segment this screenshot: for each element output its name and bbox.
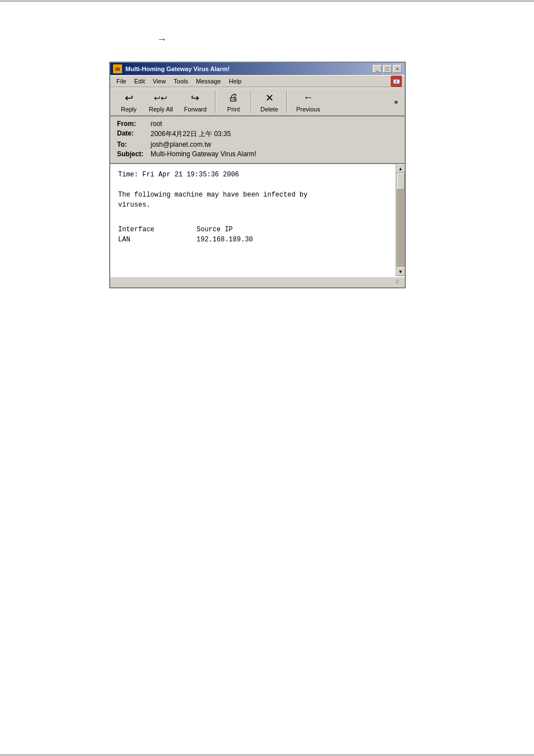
delete-icon: ✕ [263, 91, 276, 105]
from-value: root [151, 120, 162, 128]
subject-label: Subject: [117, 150, 151, 158]
print-icon: 🖨 [227, 91, 240, 105]
delete-button[interactable]: ✕ Delete [255, 89, 283, 115]
menu-bar: File Edit View Tools Message Help 📧 [110, 75, 405, 87]
reply-label: Reply [121, 106, 137, 113]
reply-button[interactable]: ↩ Reply [115, 89, 143, 115]
title-bar-left: ✉ Multi-Homing Gateway Virus Alarm! [113, 64, 229, 73]
menu-file[interactable]: File [113, 77, 130, 86]
body-infected-line1: The following machine may have been infe… [118, 190, 394, 200]
subject-row: Subject: Multi-Homing Gateway Virus Alar… [117, 150, 398, 158]
toolbar-separator-3 [287, 91, 288, 113]
email-body: Time: Fri Apr 21 19:35:36 2006 The follo… [110, 164, 405, 276]
forward-label: Forward [184, 106, 207, 113]
menu-app-icon: 📧 [391, 76, 402, 87]
delete-label: Delete [260, 106, 278, 113]
table-header-row: Interface Source IP [118, 225, 394, 235]
reply-icon: ↩ [122, 91, 135, 105]
toolbar: ↩ Reply ↩↩ Reply All ↪ Forward 🖨 Print ✕… [110, 87, 405, 116]
col-interface-header: Interface [118, 225, 163, 235]
body-content: Time: Fri Apr 21 19:35:36 2006 The follo… [118, 170, 394, 265]
date-value: 2006年4月22日 上午 03:35 [151, 129, 231, 139]
menu-items: File Edit View Tools Message Help [113, 77, 245, 86]
from-label: From: [117, 120, 151, 128]
scroll-down-button[interactable]: ▼ [396, 267, 405, 276]
toolbar-separator-2 [251, 91, 252, 113]
body-infected-line2: viruses. [118, 200, 394, 210]
date-row: Date: 2006年4月22日 上午 03:35 [117, 129, 398, 139]
date-label: Date: [117, 129, 151, 139]
minimize-button[interactable]: _ [373, 65, 382, 73]
menu-edit[interactable]: Edit [131, 77, 148, 86]
interface-table: Interface Source IP LAN 192.168.189.30 [118, 225, 394, 245]
to-label: To: [117, 141, 151, 148]
scroll-thumb[interactable] [397, 173, 405, 190]
menu-message[interactable]: Message [193, 77, 224, 86]
menu-help[interactable]: Help [226, 77, 245, 86]
previous-label: Previous [296, 106, 320, 113]
title-bar: ✉ Multi-Homing Gateway Virus Alarm! _ □ … [110, 63, 405, 75]
from-row: From: root [117, 120, 398, 128]
previous-button[interactable]: ← Previous [291, 89, 325, 115]
resize-handle[interactable]: // [396, 279, 402, 286]
col-source-ip-value: 192.168.189.30 [196, 235, 253, 245]
maximize-button[interactable]: □ [383, 65, 392, 73]
body-spacer4 [118, 255, 394, 265]
window-icon: ✉ [113, 64, 122, 73]
previous-icon: ← [302, 91, 315, 105]
top-border [0, 0, 534, 2]
to-row: To: josh@planet.com.tw [117, 141, 398, 148]
toolbar-separator [215, 91, 216, 113]
menu-tools[interactable]: Tools [170, 77, 191, 86]
table-data-row: LAN 192.168.189.30 [118, 235, 394, 245]
forward-icon: ↪ [189, 91, 202, 105]
status-bar: // [110, 276, 405, 287]
subject-value: Multi-Homing Gateway Virus Alarm! [151, 150, 256, 158]
body-spacer3 [118, 245, 394, 255]
title-bar-buttons: _ □ × [373, 65, 402, 73]
body-spacer2 [118, 210, 394, 220]
menu-view[interactable]: View [149, 77, 170, 86]
body-time: Time: Fri Apr 21 19:35:36 2006 [118, 170, 394, 180]
arrow-indicator: → [157, 34, 167, 45]
reply-all-icon: ↩↩ [154, 91, 167, 105]
close-button[interactable]: × [393, 65, 402, 73]
email-body-container: Time: Fri Apr 21 19:35:36 2006 The follo… [110, 164, 405, 276]
reply-all-label: Reply All [149, 106, 173, 113]
scroll-up-button[interactable]: ▲ [396, 164, 405, 173]
toolbar-more[interactable]: » [392, 97, 400, 107]
print-button[interactable]: 🖨 Print [219, 89, 247, 115]
email-header: From: root Date: 2006年4月22日 上午 03:35 To:… [110, 116, 405, 164]
col-interface-value: LAN [118, 235, 163, 245]
window-title: Multi-Homing Gateway Virus Alarm! [125, 66, 229, 72]
scroll-track [397, 173, 405, 267]
forward-button[interactable]: ↪ Forward [179, 89, 212, 115]
col-source-ip-header: Source IP [196, 225, 241, 235]
email-window: ✉ Multi-Homing Gateway Virus Alarm! _ □ … [109, 62, 406, 288]
reply-all-button[interactable]: ↩↩ Reply All [144, 89, 178, 115]
body-spacer1 [118, 180, 394, 190]
scrollbar[interactable]: ▲ ▼ [396, 164, 405, 276]
to-value: josh@planet.com.tw [151, 141, 211, 148]
print-label: Print [227, 106, 240, 113]
